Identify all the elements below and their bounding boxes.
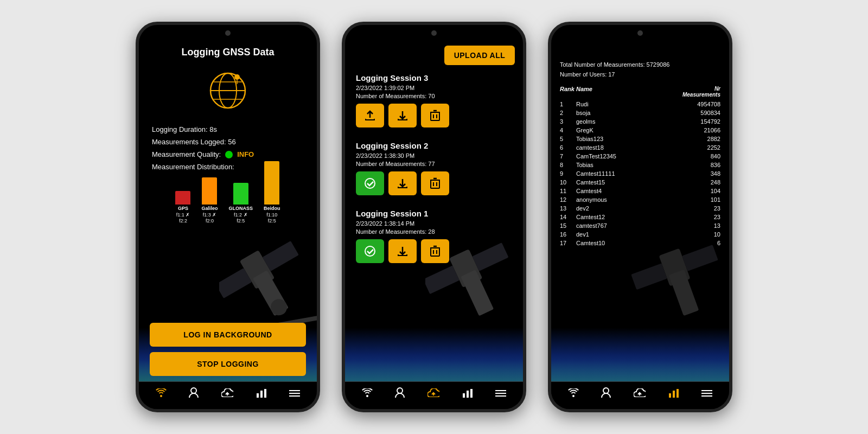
total-measurements-stat: Total Number of Measurements: 5729086 xyxy=(560,60,720,70)
svg-rect-30 xyxy=(431,180,439,188)
name-cell: dev2 xyxy=(576,205,677,212)
bar-galileo-bar xyxy=(202,177,217,205)
session-1-download-button[interactable] xyxy=(388,239,417,263)
name-cell: Camtest11111 xyxy=(576,170,677,177)
session-3-download-button[interactable] xyxy=(388,104,417,127)
name-cell: GregK xyxy=(576,127,677,133)
session-1-uploaded-button[interactable] xyxy=(356,239,384,263)
name-cell: geolms xyxy=(576,118,677,125)
rank-cell: 1 xyxy=(560,101,576,107)
table-row: 12 anonymous 101 xyxy=(557,195,724,204)
nr-cell: 6 xyxy=(677,240,720,246)
table-row: 16 dev1 10 xyxy=(557,230,724,239)
rank-cell: 17 xyxy=(560,240,576,246)
name-cell: anonymous xyxy=(576,196,677,203)
nav-cloud-1[interactable] xyxy=(221,388,233,400)
session-3-upload-button[interactable] xyxy=(356,104,384,127)
bottom-nav-3 xyxy=(551,381,729,409)
svg-rect-42 xyxy=(463,393,465,398)
log-background-button[interactable]: LOG IN BACKGROUND xyxy=(150,323,306,347)
nav-chart-2[interactable] xyxy=(462,388,473,400)
table-row: 8 Tobias 836 xyxy=(557,161,724,169)
nav-user-2[interactable] xyxy=(395,387,405,401)
table-row: 2 bsoja 590834 xyxy=(557,108,724,117)
rank-cell: 15 xyxy=(560,222,576,229)
svg-point-29 xyxy=(365,178,375,188)
phone-1: Logging GNSS Data Logging Duration: 8s M… xyxy=(136,22,320,412)
svg-rect-43 xyxy=(467,391,469,398)
stop-logging-button[interactable]: STOP LOGGING xyxy=(150,352,306,376)
nr-cell: 348 xyxy=(677,170,720,177)
bar-gps-bar xyxy=(175,191,190,205)
name-cell: Camtest4 xyxy=(576,188,677,194)
leaderboard-rows: 1 Rudi 4954708 2 bsoja 590834 3 geolms 1… xyxy=(557,100,724,247)
session-3: Logging Session 3 2/23/2022 1:39:02 PM N… xyxy=(345,68,523,133)
nav-menu-2[interactable] xyxy=(495,388,506,400)
phone-2: UPLOAD ALL Logging Session 3 2/23/2022 1… xyxy=(342,22,526,412)
nav-chart-3[interactable] xyxy=(668,388,679,400)
session-1-delete-button[interactable] xyxy=(421,239,449,263)
session-2-date: 2/23/2022 1:38:30 PM xyxy=(356,152,512,159)
session-1-count: Number of Measurements: 28 xyxy=(356,228,512,235)
col-nr: Nr Measurements xyxy=(677,86,720,98)
session-2-uploaded-button[interactable] xyxy=(356,171,384,195)
leaderboard-table: Rank Name Nr Measurements 1 Rudi 4954708… xyxy=(551,84,729,247)
nav-wifi-3[interactable] xyxy=(568,388,579,400)
svg-rect-54 xyxy=(673,391,675,398)
session-2-download-button[interactable] xyxy=(388,171,417,195)
bar-gps: GPS f1:1 ✗ f2:2 xyxy=(175,191,190,225)
rank-cell: 12 xyxy=(560,196,576,203)
nav-wifi-1[interactable] xyxy=(156,388,167,400)
rank-cell: 4 xyxy=(560,127,576,133)
screen1-title: Logging GNSS Data xyxy=(139,41,317,58)
nr-cell: 248 xyxy=(677,179,720,186)
rank-cell: 5 xyxy=(560,136,576,142)
svg-rect-16 xyxy=(264,389,266,398)
nav-chart-1[interactable] xyxy=(256,388,267,400)
upload-all-button[interactable]: UPLOAD ALL xyxy=(444,46,515,65)
measurements-stat: Measurements Logged: 56 xyxy=(139,136,317,148)
rank-cell: 13 xyxy=(560,205,576,212)
nr-cell: 101 xyxy=(677,196,720,203)
nav-menu-1[interactable] xyxy=(289,388,300,400)
name-cell: Camtest10 xyxy=(576,240,677,246)
rank-cell: 10 xyxy=(560,179,576,186)
bottom-nav-1 xyxy=(139,381,317,409)
svg-point-35 xyxy=(365,246,375,256)
session-3-delete-button[interactable] xyxy=(421,104,449,127)
table-row: 17 Camtest10 6 xyxy=(557,239,724,247)
nr-cell: 2882 xyxy=(677,136,720,142)
nr-cell: 836 xyxy=(677,162,720,168)
table-row: 11 Camtest4 104 xyxy=(557,187,724,195)
num-users-stat: Number of Users: 17 xyxy=(560,70,720,80)
nr-cell: 23 xyxy=(677,205,720,212)
name-cell: Tobias xyxy=(576,162,677,168)
session-2-title: Logging Session 2 xyxy=(356,141,512,150)
nr-cell: 104 xyxy=(677,188,720,194)
nav-wifi-2[interactable] xyxy=(362,388,373,400)
nav-user-3[interactable] xyxy=(601,387,611,401)
bar-chart: GPS f1:1 ✗ f2:2 Galileo f1:3 ✗ f2:0 GLON… xyxy=(139,176,317,230)
session-1-title: Logging Session 1 xyxy=(356,209,512,218)
leaderboard-header: Total Number of Measurements: 5729086 Nu… xyxy=(551,41,729,84)
bar-galileo: Galileo f1:3 ✗ f2:0 xyxy=(201,177,218,225)
nav-user-1[interactable] xyxy=(189,387,199,401)
col-rank: Rank xyxy=(560,86,576,98)
duration-stat: Logging Duration: 8s xyxy=(139,123,317,136)
name-cell: camtest767 xyxy=(576,222,677,229)
table-row: 1 Rudi 4954708 xyxy=(557,100,724,108)
session-3-title: Logging Session 3 xyxy=(356,73,512,82)
session-2-delete-button[interactable] xyxy=(421,171,449,195)
quality-stat: Measurement Quality: INFO xyxy=(139,148,317,161)
session-2-count: Number of Measurements: 77 xyxy=(356,161,512,167)
quality-indicator xyxy=(225,151,233,158)
nav-cloud-3[interactable] xyxy=(634,388,646,400)
bar-galileo-label: Galileo f1:3 ✗ f2:0 xyxy=(201,206,218,225)
rank-cell: 11 xyxy=(560,188,576,194)
nav-menu-3[interactable] xyxy=(701,388,712,400)
svg-rect-15 xyxy=(260,391,263,398)
table-row: 9 Camtest11111 348 xyxy=(557,169,724,178)
name-cell: Tobias123 xyxy=(576,136,677,142)
nav-cloud-2[interactable] xyxy=(427,388,439,400)
distribution-label: Measurement Distribution: xyxy=(139,161,317,173)
